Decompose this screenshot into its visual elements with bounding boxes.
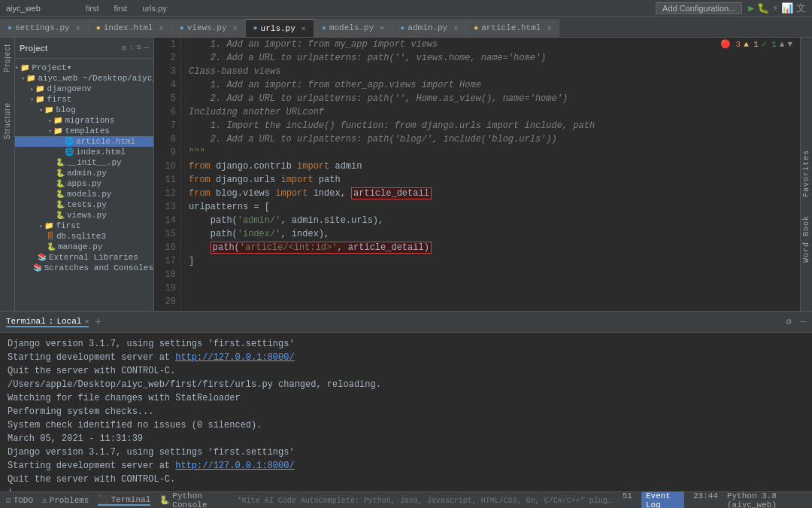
debug-icon[interactable]: 🐛 [757,2,769,14]
tab-close-views[interactable]: ✕ [233,23,238,32]
tree-item-label: djangoenv [47,84,91,93]
kite-text: *Kite AI Code AutoComplete: Python, Java… [238,495,614,506]
server-link2[interactable]: http://127.0.0.1:8000/ [175,461,294,471]
tree-item[interactable]: ▸📁migrations [15,115,153,126]
event-log-label[interactable]: Event Log [641,491,684,509]
tree-item[interactable]: 🐍tests.py [15,199,153,210]
tab-label-admin: admin.py [408,23,447,32]
left-icon-strip: Project Structure [0,38,15,311]
tab-close-urls[interactable]: ✕ [301,24,306,33]
structure-icon[interactable]: Structure [3,102,11,140]
app-title: aiyc_web [6,4,41,13]
tree-item[interactable]: ▾📁first [15,94,153,105]
code-line: 2. Add a URL to urlpatterns: path('blog/… [189,132,800,146]
line-col-value: 51 [623,491,632,500]
python-version[interactable]: Python 3.8 (aiyc_web) [727,491,806,509]
line-number: 1 [159,38,176,51]
tree-item-label: first [47,95,71,104]
nav-up[interactable]: ▲ [780,40,785,49]
tree-item[interactable]: 🗄db.sqlite3 [15,231,153,242]
tree-item[interactable]: ▸📁first [15,221,153,231]
coverage-icon[interactable]: ⚡ [772,2,778,14]
error-count[interactable]: 🔴 3 [720,39,741,49]
ok-count[interactable]: ✓ 1 [762,39,777,49]
sidebar-icon2[interactable]: ↕ [129,44,134,53]
tab-article[interactable]: ●article.html✕ [466,19,559,37]
tree-item[interactable]: 🐍manage.py [15,242,153,252]
tree-item[interactable]: ▾📁templates [15,126,153,136]
tab-close-models[interactable]: ✕ [380,23,384,32]
terminal-status-item[interactable]: ⬛ Terminal [98,494,150,506]
tree-item[interactable]: ▾📁blog [15,105,153,115]
tree-item-label: views.py [67,211,107,220]
project-icon[interactable]: Project [3,44,11,72]
terminal-line: /Users/apple/Desktop/aiyc_web/first/firs… [8,378,804,391]
problems-item[interactable]: ⚠ Problems [42,495,89,505]
server-link[interactable]: http://127.0.0.1:8000/ [175,352,294,363]
tree-item[interactable]: ▸📁djangoenv [15,84,153,94]
tree-item[interactable]: 🐍views.py [15,210,153,221]
tab-views[interactable]: ●views.py✕ [172,19,246,37]
tab-close-admin[interactable]: ✕ [453,23,458,32]
terminal-tab[interactable]: Terminal: Local ✕ [6,317,89,327]
tree-item[interactable]: 🌐article.html [15,136,153,147]
terminal-status-label: Terminal [111,495,150,504]
tree-item[interactable]: 🐍apps.py [15,178,153,189]
tree-item[interactable]: 🌐index.html [15,147,153,157]
sidebar-icon3[interactable]: ≡ [137,44,141,53]
translate-icon[interactable]: 文 [796,2,806,15]
editor-content: 1234567891011121314151617181920212223242… [154,38,800,311]
tree-item-label: Project▾ [32,62,71,72]
line-col-indicator[interactable]: 51 [623,491,632,509]
project-label: Project [20,44,47,53]
tree-item-label: first [56,221,80,230]
tree-item[interactable]: ▸📁Project▾ [15,62,153,73]
line-number: 14 [159,214,176,227]
sidebar-tools[interactable]: ⚙ ↕ ≡ — [122,44,149,53]
tab-index[interactable]: ●index.html✕ [89,19,172,37]
tree-item[interactable]: ▾📁aiyc_web ~/Desktop/aiyc_we [15,73,153,84]
line-number: 9 [159,146,176,160]
add-terminal-button[interactable]: + [95,316,101,328]
favorites-tab[interactable]: Favorites [802,147,810,200]
tab-settings[interactable]: ●settings.py✕ [0,19,89,37]
sidebar-icon1[interactable]: ⚙ [122,44,126,53]
nav-down[interactable]: ▼ [787,40,792,49]
tab-admin[interactable]: ●admin.py✕ [392,19,466,37]
terminal-tab-close[interactable]: ✕ [84,317,89,326]
time-display: 23:44 [693,491,718,509]
tree-item[interactable]: 🐍models.py [15,189,153,199]
terminal-line: Starting development server at http://12… [8,459,804,473]
sidebar-header: Project ⚙ ↕ ≡ — [15,38,153,59]
tab-label-article: article.html [481,23,541,32]
terminal-minimize-icon[interactable]: — [801,317,806,327]
terminal-settings-icon[interactable]: ⚙ [786,316,792,327]
word-book-tab[interactable]: Word Book [802,212,810,266]
warning-count[interactable]: ▲ 1 [744,40,759,49]
sidebar-icon4[interactable]: — [144,44,149,53]
code-line: path('admin/', admin.site.urls), [189,214,800,227]
tree-item[interactable]: 🐍__init__.py [15,157,153,168]
run-icon[interactable]: ▶ [748,2,754,14]
code-line: Class-based views [189,65,800,78]
tree-item[interactable]: 🐍admin.py [15,168,153,178]
line-number: 18 [159,268,176,281]
tree-item[interactable]: 📚External Libraries [15,252,153,263]
tab-close-article[interactable]: ✕ [547,23,551,32]
tree-item-label: aiyc_web ~/Desktop/aiyc_we [38,74,153,83]
todo-item[interactable]: ☑ TODO [6,495,33,505]
line-number: 10 [159,160,176,173]
tab-close-index[interactable]: ✕ [159,23,164,32]
tab-close-settings[interactable]: ✕ [76,23,80,32]
tree-item[interactable]: 📚Scratches and Consoles [15,263,153,273]
python-console-item[interactable]: 🐍 Python Console [159,491,228,509]
profile-icon[interactable]: 📊 [781,2,793,14]
add-config-button[interactable]: Add Configuration... [656,2,742,14]
tree-item-label: Scratches and Consoles [44,263,153,272]
editor-area: 1234567891011121314151617181920212223242… [154,38,800,311]
tab-urls[interactable]: ●urls.py✕ [246,19,314,37]
tab-label-views: views.py [187,23,227,32]
code-editor[interactable]: 1. Add an import: from my_app import vie… [181,38,800,311]
tab-models[interactable]: ●models.py✕ [314,19,392,37]
tree-item-label: templates [65,126,109,135]
